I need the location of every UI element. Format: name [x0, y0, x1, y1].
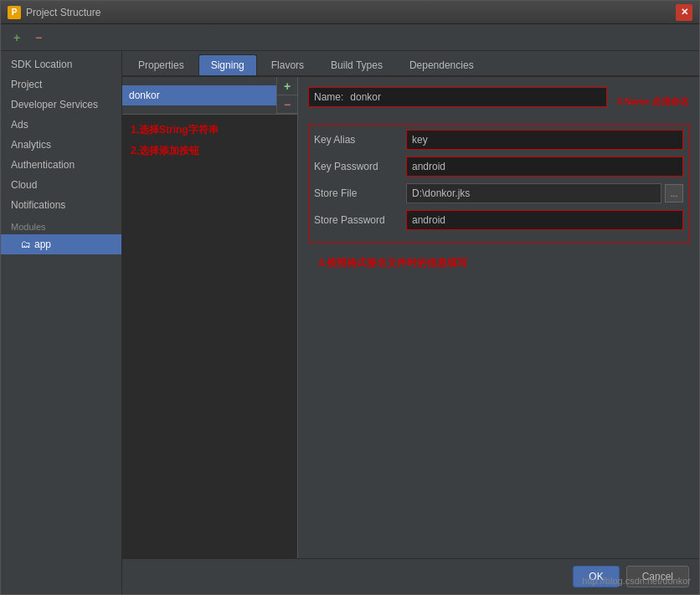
sidebar-item-app[interactable]: 🗂app	[1, 234, 121, 254]
sidebar-item-ads[interactable]: Ads	[1, 115, 121, 135]
list-actions: + −	[276, 77, 297, 114]
key-alias-input[interactable]	[406, 130, 683, 150]
store-file-input[interactable]	[406, 183, 661, 203]
annotation-step4: 4.按照格式签名文件时的信息填写	[308, 249, 689, 277]
close-button[interactable]: ✕	[676, 4, 692, 21]
store-password-value-wrap	[406, 210, 683, 230]
store-password-label: Store Password	[314, 214, 406, 226]
sidebar-item-cloud[interactable]: Cloud	[1, 175, 121, 195]
tabs-bar: Properties Signing Flavors Build Types D…	[122, 51, 699, 77]
key-alias-row: Key Alias	[314, 130, 683, 150]
sidebar-item-notifications[interactable]: Notifications	[1, 195, 121, 215]
app-module-icon: 🗂	[21, 239, 31, 250]
bottom-bar: OK Cancel	[122, 558, 699, 594]
ok-button[interactable]: OK	[573, 566, 619, 587]
key-password-input[interactable]	[406, 156, 683, 177]
annotation-step3: 3.Name 必须命名	[617, 95, 689, 108]
sidebar-item-analytics[interactable]: Analytics	[1, 135, 121, 155]
tab-properties[interactable]: Properties	[126, 54, 197, 75]
content-area: SDK Location Project Developer Services …	[1, 51, 699, 594]
main-window: P Project Structure ✕ + − SDK Location P…	[0, 0, 700, 595]
title-bar: P Project Structure ✕	[1, 1, 699, 24]
window-title: Project Structure	[26, 7, 100, 18]
name-row: Name: 3.Name 必须命名	[308, 87, 689, 115]
sidebar: SDK Location Project Developer Services …	[1, 51, 122, 594]
key-alias-label: Key Alias	[314, 134, 406, 146]
sidebar-item-developer-services[interactable]: Developer Services	[1, 95, 121, 115]
remove-button[interactable]: −	[29, 28, 48, 47]
app-icon: P	[8, 6, 21, 19]
key-alias-value-wrap	[406, 130, 683, 150]
signing-list-header: donkor + −	[122, 77, 297, 115]
name-input[interactable]	[350, 91, 600, 103]
store-file-value-wrap: ...	[406, 183, 683, 203]
list-remove-button[interactable]: −	[277, 95, 297, 114]
cancel-button[interactable]: Cancel	[626, 566, 689, 587]
store-file-row: Store File ...	[314, 183, 683, 203]
annotation-step2: 2.选择添加按钮	[126, 141, 294, 162]
key-password-row: Key Password	[314, 156, 683, 177]
title-bar-left: P Project Structure	[8, 6, 100, 19]
store-file-label: Store File	[314, 187, 406, 199]
name-label: Name:	[314, 91, 343, 103]
tab-build-types[interactable]: Build Types	[318, 54, 395, 75]
tab-signing[interactable]: Signing	[198, 54, 257, 75]
tab-content-signing: donkor + − 1.选择String字符串 2.选择添加按钮	[122, 77, 699, 558]
browse-button[interactable]: ...	[665, 184, 683, 203]
toolbar: + −	[1, 24, 699, 51]
signing-fields-section: Key Alias Key Password	[308, 124, 689, 243]
signing-fields-panel: Name: 3.Name 必须命名 Key Alias	[298, 77, 699, 558]
signing-entry-donkor[interactable]: donkor	[122, 85, 276, 105]
list-add-button[interactable]: +	[277, 77, 297, 95]
sidebar-item-sdk-location[interactable]: SDK Location	[1, 54, 121, 74]
add-button[interactable]: +	[8, 28, 26, 47]
sidebar-item-authentication[interactable]: Authentication	[1, 155, 121, 175]
name-field-container: Name:	[308, 87, 607, 107]
tab-dependencies[interactable]: Dependencies	[397, 54, 486, 75]
store-password-input[interactable]	[406, 210, 683, 230]
sidebar-item-project[interactable]: Project	[1, 74, 121, 95]
title-bar-right: ✕	[676, 4, 692, 21]
annotations-area: 1.选择String字符串 2.选择添加按钮	[122, 115, 297, 167]
sidebar-modules-header: Modules	[1, 215, 121, 234]
key-password-value-wrap	[406, 156, 683, 177]
main-panel: Properties Signing Flavors Build Types D…	[122, 51, 699, 594]
signing-list: donkor + − 1.选择String字符串 2.选择添加按钮	[122, 77, 298, 558]
store-password-row: Store Password	[314, 210, 683, 230]
key-password-label: Key Password	[314, 161, 406, 172]
tab-flavors[interactable]: Flavors	[259, 54, 317, 75]
annotation-step1: 1.选择String字符串	[126, 120, 294, 141]
